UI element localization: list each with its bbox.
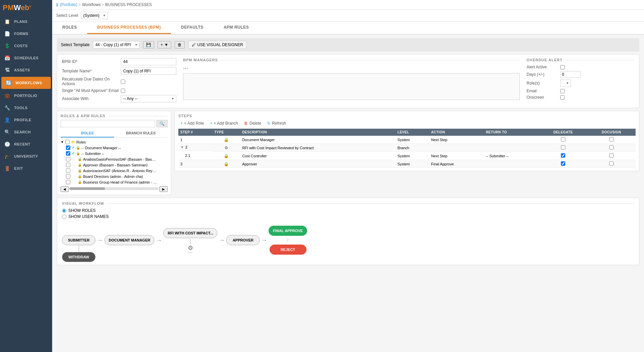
email-checkbox[interactable]	[560, 89, 565, 93]
item-checkbox-0[interactable]	[66, 146, 70, 150]
col-action: ACTION	[429, 129, 484, 136]
delete-step-button[interactable]: 🗑 Delete	[242, 120, 263, 127]
roles-search-button[interactable]: 🔍	[156, 120, 168, 127]
template-name-input[interactable]	[121, 67, 176, 75]
template-bar: Select Template 44 - Copy (1) of RFI 💾 +…	[57, 38, 639, 52]
tab-apm[interactable]: APM RULES	[214, 22, 259, 34]
docusign-checkbox-3[interactable]	[609, 161, 614, 166]
associate-with-select[interactable]: -- Any --	[121, 95, 176, 102]
refresh-button[interactable]: ↻ Refresh	[265, 120, 288, 127]
sidebar-item-exit[interactable]: 🚪 EXIT	[0, 162, 52, 174]
single-email-checkbox[interactable]	[121, 89, 125, 93]
roles-search-input[interactable]	[61, 120, 155, 127]
template-select[interactable]: 44 - Copy (1) of RFI	[93, 41, 140, 49]
tab-roles[interactable]: ROLES	[52, 22, 87, 34]
scroll-right-button[interactable]: ▶	[159, 186, 168, 192]
sidebar-item-profile[interactable]: 👤 PROFILE	[0, 114, 52, 126]
scroll-left-button[interactable]: ◀	[61, 186, 69, 192]
sidebar-item-forms[interactable]: 📄 FORMS	[0, 28, 52, 40]
sidebar-item-portfolio[interactable]: 💼 PORTFOLIO	[0, 90, 52, 102]
bpm-id-input[interactable]	[121, 58, 176, 65]
docusign-checkbox[interactable]	[609, 137, 614, 141]
delete-step-label: Delete	[249, 121, 261, 126]
sidebar-item-search[interactable]: 🔍 SEARCH	[0, 126, 52, 138]
item-checkbox-4[interactable]	[66, 168, 70, 173]
col-step: STEP #	[178, 129, 212, 136]
lock-icon-1: 🔒	[76, 152, 80, 155]
item-checkbox-6[interactable]	[66, 180, 70, 184]
delegate-checkbox-3[interactable]	[561, 161, 565, 166]
list-item-label-1: -- Submitter --	[81, 152, 104, 156]
bpm-managers-area	[183, 73, 520, 100]
lock-icon-6: 🔒	[78, 180, 82, 184]
docusign-checkbox-21[interactable]	[609, 153, 614, 158]
item-checkbox-1[interactable]	[66, 151, 70, 156]
sidebar-item-label: PLANS	[14, 20, 28, 24]
docusign-checkbox-2[interactable]	[609, 145, 614, 150]
sidebar-item-costs[interactable]: 💲 COSTS	[0, 40, 52, 52]
logo: PMWeb®	[0, 0, 52, 15]
level-label: Select Level	[56, 13, 78, 18]
workflow-main-row: SUBMITTER WITHDRAW → DOCUMENT M	[62, 226, 634, 255]
add-role-button[interactable]: + + Add Role	[178, 120, 206, 127]
tab-bpm[interactable]: BUSINESS PROCESSES (BPM)	[87, 22, 171, 34]
step-num: 3	[178, 160, 212, 168]
alert-active-checkbox[interactable]	[560, 65, 565, 69]
step-type: 🔒	[212, 152, 240, 160]
sidebar-item-tools[interactable]: 🔧 TOOLS	[0, 102, 52, 114]
reject-node: REJECT	[270, 245, 307, 255]
visual-workflow-radio-group: SHOW ROLES SHOW USER NAMES	[62, 208, 634, 219]
days-input[interactable]	[560, 71, 580, 78]
sidebar-item-label: COSTS	[14, 44, 28, 48]
tab-branch-rules[interactable]: BRANCH RULES	[114, 129, 168, 137]
show-user-names-radio[interactable]	[62, 215, 66, 219]
roles-root-checkbox[interactable]	[65, 140, 70, 144]
roles-select[interactable]	[560, 79, 571, 87]
step-type: ⚙	[212, 144, 240, 152]
sidebar-item-plans[interactable]: 📋 PLANS	[0, 15, 52, 28]
logo-text: PMWeb®	[3, 3, 31, 12]
tab-defaults[interactable]: DEFAULTS	[171, 22, 213, 34]
sidebar-item-university[interactable]: 🎓 UNIVERSITY	[0, 150, 52, 162]
sidebar-item-recent[interactable]: 🕐 RECENT	[0, 138, 52, 150]
list-item: 🔒 AnalisisGastoPermisoSAF (Bassam - Bass…	[61, 156, 168, 162]
search-icon: 🔍	[4, 129, 11, 135]
onscreen-checkbox[interactable]	[560, 95, 565, 100]
recalculate-checkbox[interactable]	[121, 79, 125, 84]
step-num: 1	[178, 136, 212, 144]
delegate-checkbox[interactable]	[561, 137, 565, 141]
list-item-label-2: AnalisisGastoPermisoSAF (Bassam - Bassam…	[83, 157, 157, 161]
sidebar-item-assets[interactable]: 🏗 ASSETS	[0, 64, 52, 76]
item-checkbox-5[interactable]	[66, 174, 70, 179]
horizontal-scrollbar[interactable]	[69, 187, 159, 190]
item-checkbox-3[interactable]	[66, 163, 70, 167]
arrow-3: →	[217, 237, 226, 244]
delegate-checkbox-21[interactable]	[561, 153, 565, 158]
item-checkbox-2[interactable]	[66, 157, 70, 161]
info-icon[interactable]: ℹ	[56, 2, 58, 7]
level-select[interactable]: (System)	[81, 12, 108, 19]
roles-panel: ROLES & APM RULES 🔍 ROLES BRANCH RULES	[57, 111, 171, 195]
delegate-checkbox-2[interactable]	[561, 145, 565, 150]
show-roles-radio[interactable]	[62, 209, 66, 213]
add-button[interactable]: + ▼	[157, 41, 171, 49]
sidebar-item-schedules[interactable]: 📅 SCHEDULES	[0, 52, 52, 64]
step-num: 2.1	[178, 152, 212, 160]
delete-button[interactable]: 🗑	[175, 41, 185, 49]
add-dropdown-icon: ▼	[164, 42, 168, 47]
table-header-row: STEP # TYPE DESCRIPTION LEVEL ACTION RET…	[178, 129, 636, 136]
lock-type-icon: 🔒	[224, 137, 229, 142]
tab-roles-inner[interactable]: ROLES	[61, 129, 114, 137]
scrollbar-thumb	[69, 187, 105, 190]
lock-icon-2: 🔒	[78, 157, 82, 161]
add-branch-button[interactable]: + + Add Branch	[208, 120, 240, 127]
designer-icon: 🖊	[192, 42, 196, 47]
use-visual-designer-button[interactable]: 🖊 USE VISUAL DESIGNER	[188, 41, 247, 49]
bpm-dots[interactable]: ···	[183, 65, 188, 71]
sidebar-item-workflows[interactable]: 🔄 WORKFLOWS	[1, 77, 51, 89]
step-description: Cost Controller	[240, 152, 396, 160]
collapse-icon[interactable]: ▼	[61, 140, 64, 144]
breadcrumb-portfolio[interactable]: (Portfolio)	[60, 2, 77, 7]
lock-icon-4: 🔒	[78, 169, 82, 172]
save-button[interactable]: 💾	[143, 41, 154, 49]
